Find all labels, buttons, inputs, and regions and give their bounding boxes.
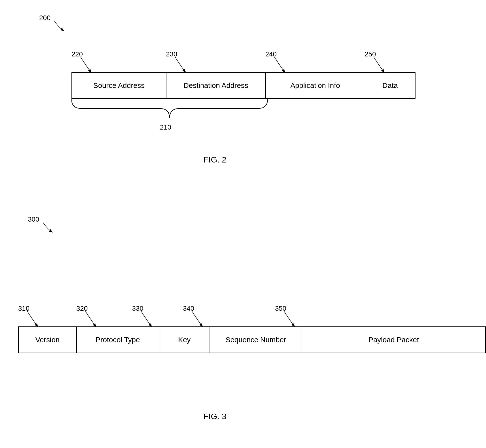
callout-arrow-220 <box>72 50 101 75</box>
callout-arrow-230 <box>166 50 195 75</box>
callout-arrow-240 <box>265 50 294 75</box>
diagram-container: 200 Source Address Destination Address A… <box>0 0 486 448</box>
fig3-packet-row: Version Protocol Type Key Sequence Numbe… <box>18 327 486 353</box>
callout-arrow-300 <box>28 216 57 235</box>
cell-payload-packet: Payload Packet <box>302 327 486 353</box>
cell-version: Version <box>18 327 76 353</box>
fig2-caption: FIG. 2 <box>203 155 226 164</box>
brace-210 <box>72 99 268 120</box>
fig2-packet-row: Source Address Destination Address Appli… <box>72 72 415 99</box>
cell-application-info: Application Info <box>265 72 364 99</box>
cell-data: Data <box>364 72 415 99</box>
cell-protocol-type: Protocol Type <box>76 327 159 353</box>
callout-arrow-340 <box>183 305 212 329</box>
ref-label-210: 210 <box>160 123 171 131</box>
cell-sequence-number: Sequence Number <box>210 327 302 353</box>
cell-source-address: Source Address <box>72 72 166 99</box>
callout-arrow-310 <box>18 305 47 329</box>
cell-destination-address: Destination Address <box>166 72 265 99</box>
fig3-caption: FIG. 3 <box>203 412 226 421</box>
callout-arrow-350 <box>275 305 304 329</box>
callout-arrow-200 <box>39 14 68 33</box>
cell-key: Key <box>159 327 210 353</box>
callout-arrow-330 <box>132 305 161 329</box>
callout-arrow-250 <box>364 50 394 75</box>
callout-arrow-320 <box>76 305 105 329</box>
